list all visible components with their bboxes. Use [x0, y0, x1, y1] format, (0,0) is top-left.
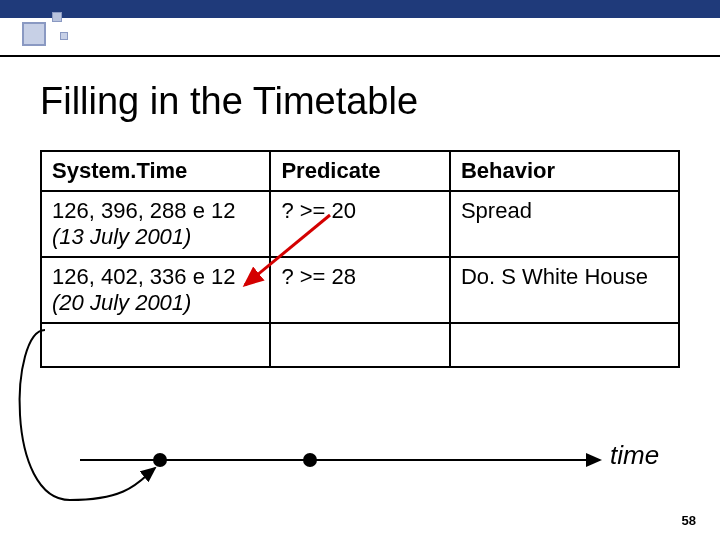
time-note: (13 July 2001): [52, 224, 191, 249]
svg-point-4: [153, 453, 167, 467]
header-systemtime: System.Time: [41, 151, 270, 191]
page-number: 58: [682, 513, 696, 528]
cell-predicate-0: ? >= 20: [270, 191, 450, 257]
slide-title: Filling in the Timetable: [40, 80, 418, 123]
cell-predicate-1: ? >= 28: [270, 257, 450, 323]
time-value: 126, 402, 336 e 12: [52, 264, 236, 289]
header-predicate: Predicate: [270, 151, 450, 191]
cell-time-0: 126, 396, 288 e 12 (13 July 2001): [41, 191, 270, 257]
cell-behavior-1: Do. S White House: [450, 257, 679, 323]
cell-behavior-0: Spread: [450, 191, 679, 257]
timeline-label: time: [610, 440, 659, 471]
table-row: 126, 402, 336 e 12 (20 July 2001) ? >= 2…: [41, 257, 679, 323]
top-bar: [0, 0, 720, 18]
time-value: 126, 396, 288 e 12: [52, 198, 236, 223]
table-header-row: System.Time Predicate Behavior: [41, 151, 679, 191]
table-row: 126, 396, 288 e 12 (13 July 2001) ? >= 2…: [41, 191, 679, 257]
header-behavior: Behavior: [450, 151, 679, 191]
horizontal-rule: [0, 55, 720, 57]
cell-time-1: 126, 402, 336 e 12 (20 July 2001): [41, 257, 270, 323]
table-row-empty: [41, 323, 679, 367]
corner-decoration: [22, 2, 86, 48]
time-note: (20 July 2001): [52, 290, 191, 315]
timetable: System.Time Predicate Behavior 126, 396,…: [40, 150, 680, 368]
svg-point-5: [303, 453, 317, 467]
